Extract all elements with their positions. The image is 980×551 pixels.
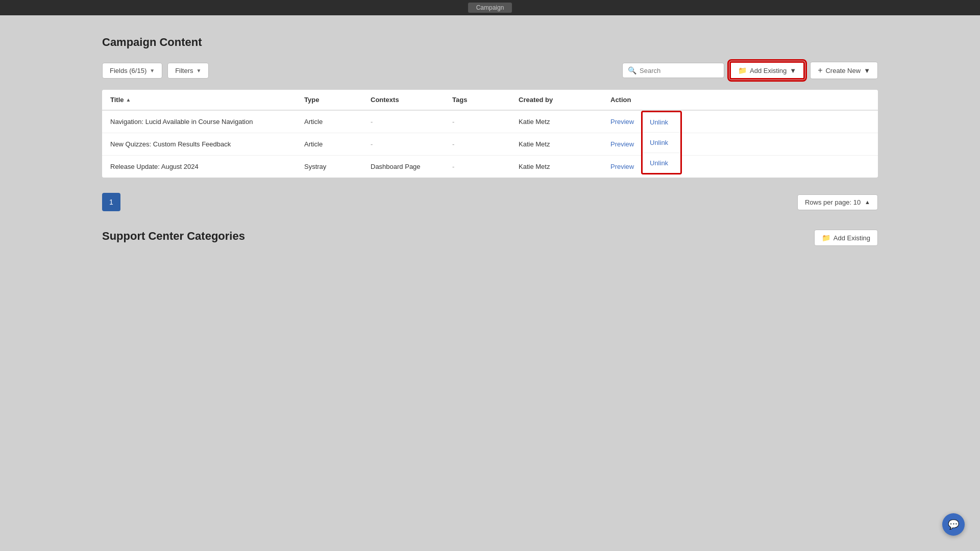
- add-existing-label: Add Existing: [750, 67, 787, 74]
- unlink-button[interactable]: Unlink: [643, 112, 680, 133]
- plus-icon: +: [818, 66, 822, 75]
- cell-title: Navigation: Lucid Available in Course Na…: [110, 118, 304, 126]
- col-header-tags: Tags: [452, 96, 519, 104]
- table-header: Title ▲ Type Contexts Tags Created by Ac…: [102, 90, 878, 111]
- search-box[interactable]: 🔍: [622, 63, 724, 78]
- support-add-existing-label: Add Existing: [834, 234, 870, 242]
- col-header-action: Action: [610, 96, 713, 104]
- preview-link[interactable]: Preview: [610, 118, 634, 126]
- rows-per-page-control[interactable]: Rows per page: 10 ▲: [797, 194, 878, 210]
- chevron-down-icon: ▼: [790, 67, 796, 74]
- chevron-down-icon: ▼: [197, 68, 202, 73]
- cell-contexts: -: [371, 140, 452, 148]
- chat-widget[interactable]: 💬: [942, 513, 965, 536]
- cell-type: Article: [304, 140, 371, 148]
- toolbar-right: 🔍 📁 Add Existing ▼ + Create New ▼: [622, 61, 878, 80]
- support-center-title: Support Center Categories: [102, 230, 245, 243]
- rows-per-page-label: Rows per page: 10: [805, 198, 861, 206]
- cell-title: Release Update: August 2024: [110, 163, 304, 170]
- search-icon: 🔍: [628, 66, 636, 74]
- col-header-type: Type: [304, 96, 371, 104]
- folder-icon: 📁: [822, 234, 830, 242]
- create-new-button[interactable]: + Create New ▼: [810, 62, 878, 79]
- cell-created-by: Katie Metz: [519, 118, 610, 126]
- cell-tags: -: [452, 118, 519, 126]
- unlink-button[interactable]: Unlink: [643, 133, 680, 153]
- bottom-toolbar: 📁 Add Existing: [814, 230, 878, 246]
- filters-label: Filters: [175, 67, 193, 74]
- cell-tags: -: [452, 163, 519, 170]
- cell-contexts: Dashboard Page: [371, 163, 452, 170]
- fields-label: Fields (6/15): [110, 67, 146, 74]
- col-header-contexts: Contexts: [371, 96, 452, 104]
- action-cell: Preview Unlink Unlink Unlink: [610, 118, 713, 126]
- cell-type: Systray: [304, 163, 371, 170]
- top-bar-button[interactable]: Campaign: [468, 3, 512, 13]
- campaign-content-section: Campaign Content Fields (6/15) ▼ Filters…: [102, 36, 878, 221]
- cell-created-by: Katie Metz: [519, 140, 610, 148]
- preview-link[interactable]: Preview: [610, 140, 634, 148]
- top-bar: Campaign: [0, 0, 980, 15]
- table-row: New Quizzes: Custom Results Feedback Art…: [102, 133, 878, 156]
- section-title: Campaign Content: [102, 36, 878, 49]
- table-row: Release Update: August 2024 Systray Dash…: [102, 156, 878, 178]
- cell-type: Article: [304, 118, 371, 126]
- toolbar-left: Fields (6/15) ▼ Filters ▼: [102, 63, 209, 79]
- chevron-down-icon: ▼: [150, 68, 155, 73]
- cell-contexts: -: [371, 118, 452, 126]
- fields-dropdown[interactable]: Fields (6/15) ▼: [102, 63, 162, 79]
- table-row: Navigation: Lucid Available in Course Na…: [102, 111, 878, 133]
- toolbar: Fields (6/15) ▼ Filters ▼ 🔍 📁 Add Existi…: [102, 61, 878, 80]
- chevron-up-icon: ▲: [865, 199, 870, 205]
- pagination-area: 1 Rows per page: 10 ▲: [102, 178, 878, 221]
- content-table: Title ▲ Type Contexts Tags Created by Ac…: [102, 90, 878, 178]
- col-header-title: Title ▲: [110, 96, 304, 104]
- filters-dropdown[interactable]: Filters ▼: [167, 63, 209, 79]
- support-add-existing-button[interactable]: 📁 Add Existing: [814, 230, 878, 246]
- support-center-section: Support Center Categories 📁 Add Existing: [102, 221, 878, 246]
- cell-created-by: Katie Metz: [519, 163, 610, 170]
- page-number-1[interactable]: 1: [102, 193, 120, 211]
- unlink-button[interactable]: Unlink: [643, 153, 680, 173]
- chat-icon: 💬: [948, 519, 959, 530]
- create-new-label: Create New: [825, 67, 861, 74]
- sort-icon: ▲: [126, 97, 131, 103]
- col-header-created-by: Created by: [519, 96, 610, 104]
- search-input[interactable]: [640, 67, 719, 74]
- cell-tags: -: [452, 140, 519, 148]
- preview-link[interactable]: Preview: [610, 163, 634, 170]
- cell-title: New Quizzes: Custom Results Feedback: [110, 140, 304, 148]
- pagination-numbers: 1: [102, 193, 120, 211]
- folder-icon: 📁: [738, 66, 747, 74]
- chevron-down-icon: ▼: [864, 67, 870, 74]
- main-content: Campaign Content Fields (6/15) ▼ Filters…: [0, 15, 980, 266]
- add-existing-button[interactable]: 📁 Add Existing ▼: [729, 61, 805, 80]
- unlink-panel: Unlink Unlink Unlink: [641, 111, 682, 174]
